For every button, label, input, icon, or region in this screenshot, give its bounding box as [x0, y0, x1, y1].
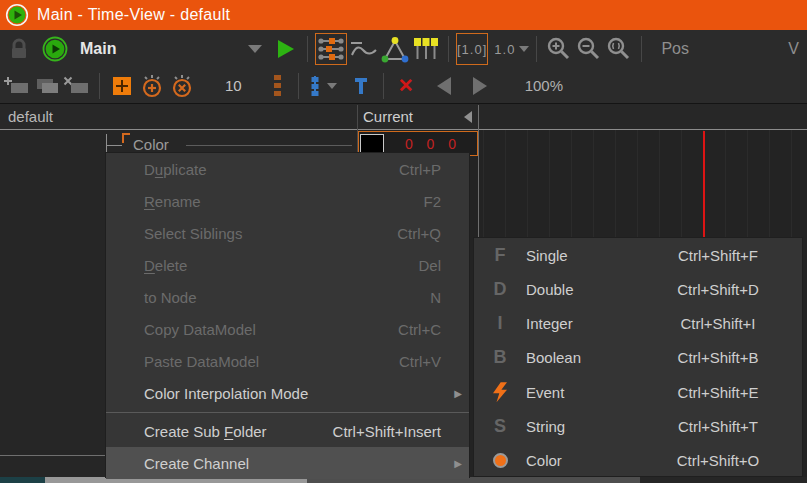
speed-selector[interactable]: 1.0 — [494, 42, 529, 57]
add-stopwatch-button[interactable] — [137, 70, 167, 102]
tree-panel-title: default — [8, 108, 53, 125]
main-toolbar: Main — [0, 30, 807, 68]
menu-item-create-channel[interactable]: Create Channel▶ — [106, 447, 469, 479]
menu-item-paste-datamodel[interactable]: Paste DataModelCtrl+V — [106, 345, 469, 377]
play-icon — [273, 37, 297, 61]
menu-item-color-interpolation-mode[interactable]: Color Interpolation Mode▶ — [106, 377, 469, 409]
window-title: Main - Time-View - default — [37, 6, 230, 24]
add-keyframe-button[interactable] — [107, 70, 137, 102]
scene-active-button[interactable] — [40, 33, 70, 65]
prev-frame-button[interactable] — [429, 70, 459, 102]
type-letter-icon: B — [494, 347, 507, 368]
toolbar-divider — [298, 73, 299, 99]
frame-scale-toggle[interactable]: [1.0] — [456, 33, 488, 65]
submenu-item-boolean[interactable]: BBooleanCtrl+Shift+B — [474, 341, 802, 375]
context-menu: DuplicateCtrl+PRenameF2Select SiblingsCt… — [105, 152, 470, 478]
delete-folder-icon — [63, 75, 91, 97]
frame-scale-label: [1.0] — [457, 42, 487, 57]
channel-row-color[interactable]: Color — [133, 136, 169, 153]
marker-pin-button[interactable] — [346, 70, 376, 102]
chevron-down-icon — [327, 83, 337, 89]
integer-type-icon: I — [488, 313, 512, 334]
menu-item-select-siblings[interactable]: Select SiblingsCtrl+Q — [106, 217, 469, 249]
row-connector-line — [186, 145, 352, 146]
create-channel-submenu: FSingleCtrl+Shift+FDDoubleCtrl+Shift+DII… — [473, 237, 803, 477]
submenu-item-string[interactable]: SStringCtrl+Shift+T — [474, 409, 802, 443]
menu-item-delete[interactable]: DeleteDel — [106, 249, 469, 281]
prev-arrow-icon — [437, 77, 451, 95]
folder-button[interactable] — [32, 70, 62, 102]
color-space-toggle[interactable] — [379, 33, 411, 65]
marker-slider-icon — [307, 74, 323, 98]
submenu-item-color[interactable]: ColorCtrl+Shift+O — [474, 444, 802, 478]
submenu-item-shortcut: Ctrl+Shift+E — [634, 384, 802, 401]
type-letter-icon: I — [497, 313, 502, 334]
chevron-down-icon — [248, 45, 262, 53]
speed-value: 1.0 — [494, 42, 515, 57]
delete-folder-button[interactable] — [62, 70, 92, 102]
submenu-item-shortcut: Ctrl+Shift+O — [634, 452, 802, 469]
add-folder-button[interactable] — [2, 70, 32, 102]
current-column-header: Current — [357, 104, 478, 129]
delete-marker-button[interactable]: ✕ — [391, 70, 421, 102]
submenu-item-shortcut: Ctrl+Shift+F — [634, 247, 802, 264]
menu-item-to-node[interactable]: to NodeN — [106, 281, 469, 313]
color-swatch[interactable] — [360, 134, 384, 153]
marker-pin-icon — [353, 76, 369, 96]
zoom-out-button[interactable] — [574, 33, 604, 65]
color-values: 0 0 0 — [384, 136, 477, 152]
submenu-item-double[interactable]: DDoubleCtrl+Shift+D — [474, 272, 802, 306]
drag-handle[interactable] — [274, 75, 281, 96]
delete-x-icon: ✕ — [398, 76, 414, 95]
menu-item-shortcut: Ctrl+V — [399, 353, 441, 370]
zoom-out-icon — [576, 37, 602, 61]
menu-item-label: Color Interpolation Mode — [144, 385, 308, 402]
bottom-strip-segment — [640, 477, 807, 483]
marker-mode-selector[interactable] — [306, 70, 338, 102]
submenu-item-label: Event — [526, 384, 564, 401]
tree-branch-line — [106, 134, 107, 152]
submenu-item-event[interactable]: EventCtrl+Shift+E — [474, 375, 802, 409]
menu-item-label: to Node — [144, 289, 197, 306]
boolean-type-icon: B — [488, 347, 512, 368]
selection-corner-marker — [122, 133, 130, 143]
submenu-item-single[interactable]: FSingleCtrl+Shift+F — [474, 238, 802, 272]
lock-button[interactable] — [4, 33, 34, 65]
color-circle-icon — [493, 453, 508, 468]
panel-headers: default Current — [0, 104, 807, 130]
zoom-fit-button[interactable] — [604, 33, 634, 65]
menu-item-shortcut: Del — [418, 257, 441, 274]
delete-stopwatch-button[interactable] — [167, 70, 197, 102]
menu-item-label: Paste DataModel — [144, 353, 259, 370]
zoom-in-button[interactable] — [544, 33, 574, 65]
collapse-column-button[interactable] — [464, 111, 472, 123]
track-view-toggle[interactable] — [315, 33, 347, 65]
zoom-in-icon — [546, 37, 572, 61]
double-type-icon: D — [488, 279, 512, 300]
menu-item-rename[interactable]: RenameF2 — [106, 185, 469, 217]
toolbar-divider — [641, 36, 642, 62]
menu-item-create-sub-folder[interactable]: Create Sub FolderCtrl+Shift+Insert — [106, 415, 469, 447]
scene-selector[interactable]: Main — [80, 33, 262, 65]
menu-item-label: Delete — [144, 257, 187, 274]
submenu-item-label: Boolean — [526, 349, 581, 366]
curve-view-toggle[interactable] — [347, 33, 379, 65]
submenu-item-label: Color — [526, 452, 562, 469]
frame-step-value: 10 — [225, 77, 242, 94]
menu-item-label: Select Siblings — [144, 225, 242, 242]
position-column-label: Pos — [661, 40, 689, 58]
markers-toggle[interactable] — [411, 33, 441, 65]
menu-item-label: Copy DataModel — [144, 321, 256, 338]
add-folder-icon — [3, 75, 31, 97]
next-frame-button[interactable] — [465, 70, 495, 102]
curve-icon — [348, 37, 378, 61]
event-type-icon — [488, 382, 512, 402]
add-stopwatch-icon — [140, 74, 164, 98]
play-button[interactable] — [270, 33, 300, 65]
menu-item-copy-datamodel[interactable]: Copy DataModelCtrl+C — [106, 313, 469, 345]
menu-item-duplicate[interactable]: DuplicateCtrl+P — [106, 153, 469, 185]
timeline-header — [478, 104, 807, 129]
submenu-item-integer[interactable]: IIntegerCtrl+Shift+I — [474, 307, 802, 341]
markers-icon — [412, 36, 440, 62]
toolbar-divider — [99, 73, 100, 99]
